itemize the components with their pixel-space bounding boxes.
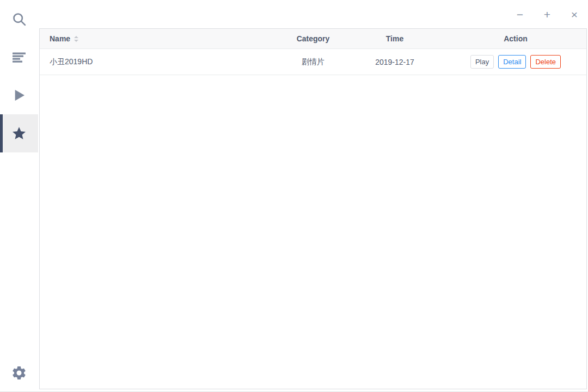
detail-button[interactable]: Detail [498,55,526,69]
favorites-table: Name Category Time Action 小丑2019HD 剧情片 2… [39,28,587,389]
sidebar-item-search[interactable] [0,0,38,38]
table-row: 小丑2019HD 剧情片 2019-12-17 Play Detail Dele… [40,49,586,75]
sidebar-item-favorites[interactable] [0,114,38,152]
list-icon [11,49,27,65]
cell-name: 小丑2019HD [40,49,266,75]
maximize-button[interactable]: + [541,7,554,22]
delete-button[interactable]: Delete [530,55,561,69]
play-button[interactable]: Play [470,55,494,69]
column-header-name[interactable]: Name [40,29,266,48]
close-button[interactable]: × [568,7,581,22]
column-header-name-label: Name [50,34,70,43]
play-icon [10,87,28,104]
search-icon [10,10,28,28]
star-icon [10,125,28,142]
sidebar [0,0,38,392]
column-header-category: Category [266,29,360,48]
column-header-action: Action [430,29,586,48]
gear-icon [11,365,27,381]
cell-category: 剧情片 [266,49,360,75]
sidebar-item-player[interactable] [0,76,38,114]
table-header-row: Name Category Time Action [40,29,586,49]
cell-actions: Play Detail Delete [430,49,586,75]
titlebar: − + × [38,0,588,28]
sort-carets-icon[interactable] [74,36,78,42]
column-header-time: Time [360,29,430,48]
cell-time: 2019-12-17 [360,49,430,75]
sidebar-item-settings[interactable] [0,354,38,392]
sidebar-item-playlist[interactable] [0,38,38,76]
minimize-button[interactable]: − [513,7,526,22]
